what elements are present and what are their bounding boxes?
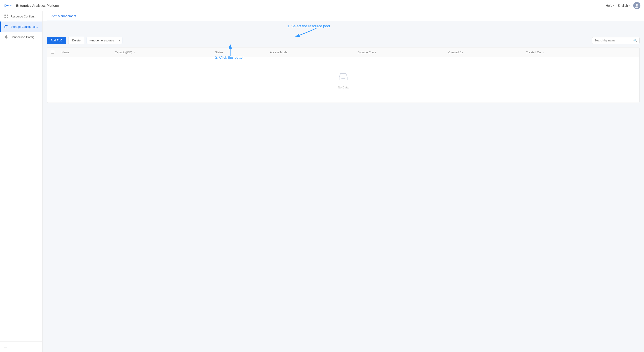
search-input[interactable] <box>594 39 632 42</box>
col-capacity-label: Capacity(GB) <box>115 51 132 54</box>
svg-point-7 <box>636 4 638 6</box>
sidebar-item-label-conn: Connection Config... <box>10 35 37 39</box>
pvc-table-wrapper: Name Capacity(GB) ⇅ Status Access Mode <box>47 47 640 103</box>
col-storage-class-label: Storage Class <box>358 51 376 54</box>
col-name: Name <box>58 48 111 57</box>
logo: EnOS <box>4 2 12 10</box>
sidebar-item-storage-config[interactable]: Storage Configurati... <box>0 22 42 32</box>
no-data-icon <box>338 71 349 84</box>
table-header-row: Name Capacity(GB) ⇅ Status Access Mode <box>47 48 639 57</box>
app-name: Enterprise Analytics Platform <box>16 4 59 8</box>
svg-text:EnOS: EnOS <box>7 5 12 7</box>
svg-point-13 <box>5 25 8 27</box>
menu-icon <box>4 345 8 349</box>
svg-rect-12 <box>7 17 8 18</box>
main-layout: Resource Configu... Storage Configurati.… <box>0 11 644 352</box>
select-all-checkbox[interactable] <box>51 50 54 54</box>
sidebar-item-resource-config[interactable]: Resource Configu... <box>0 11 42 22</box>
no-data-text: No Data <box>338 86 349 89</box>
col-created-by-label: Created By <box>448 51 463 54</box>
svg-point-0 <box>4 5 5 6</box>
search-box: 🔍 <box>592 37 640 44</box>
svg-rect-17 <box>4 348 7 348</box>
help-menu[interactable]: Help ▾ <box>606 4 614 8</box>
avatar[interactable] <box>633 2 640 9</box>
enos-logo-icon: EnOS <box>4 2 12 10</box>
col-capacity: Capacity(GB) ⇅ <box>111 48 212 57</box>
tab-pvc-management[interactable]: PVC Management <box>47 11 80 21</box>
svg-point-4 <box>4 5 5 5</box>
svg-rect-14 <box>6 38 7 39</box>
svg-rect-15 <box>4 346 7 346</box>
col-created-on-label: Created On <box>526 51 541 54</box>
lang-label: English <box>618 4 628 8</box>
no-data-area: No Data <box>47 57 639 103</box>
svg-point-2 <box>5 6 6 7</box>
search-icon: 🔍 <box>633 39 637 42</box>
resource-pool-select[interactable]: winddemoresource <box>86 37 122 44</box>
sidebar-item-connection-config[interactable]: Connection Config... <box>0 32 42 42</box>
sidebar-item-label-active: Storage Configurati... <box>10 25 38 29</box>
grid-icon <box>4 14 8 18</box>
language-menu[interactable]: English ▾ <box>618 4 630 8</box>
layers-icon <box>4 25 8 29</box>
sidebar: Resource Configu... Storage Configurati.… <box>0 11 42 352</box>
svg-rect-16 <box>4 347 7 347</box>
lang-caret: ▾ <box>628 4 630 7</box>
col-name-label: Name <box>62 51 69 54</box>
svg-rect-10 <box>7 15 8 16</box>
col-created-on: Created On ⇅ <box>522 48 614 57</box>
toolbar: Add PVC Delete winddemoresource ▾ 🔍 <box>47 26 640 47</box>
sidebar-collapse[interactable] <box>0 341 42 352</box>
svg-point-8 <box>635 7 638 8</box>
add-pvc-button[interactable]: Add PVC <box>47 37 66 44</box>
col-access-mode-label: Access Mode <box>270 51 287 54</box>
page-content: 1. Select the resource pool 2. Click thi… <box>42 21 644 352</box>
bell-icon <box>4 35 8 39</box>
pvc-table: Name Capacity(GB) ⇅ Status Access Mode <box>47 48 639 57</box>
help-caret: ▾ <box>613 4 614 7</box>
svg-point-5 <box>4 6 5 7</box>
resource-pool-select-wrapper[interactable]: winddemoresource ▾ <box>86 37 122 44</box>
content-area: PVC Management 1. Select the resource po… <box>42 11 644 352</box>
col-checkbox <box>47 48 58 57</box>
delete-button[interactable]: Delete <box>68 37 84 44</box>
col-status: Status <box>212 48 266 57</box>
empty-inbox-icon <box>338 71 349 82</box>
table-header: Name Capacity(GB) ⇅ Status Access Mode <box>47 48 639 57</box>
col-storage-class: Storage Class <box>354 48 444 57</box>
capacity-sort-icon[interactable]: ⇅ <box>134 51 136 54</box>
col-status-label: Status <box>215 51 223 54</box>
user-icon <box>634 3 639 8</box>
svg-rect-11 <box>4 17 6 18</box>
col-created-by: Created By <box>445 48 522 57</box>
col-access-mode: Access Mode <box>266 48 354 57</box>
tab-bar: PVC Management <box>42 11 644 21</box>
sidebar-item-label: Resource Configu... <box>10 15 36 18</box>
col-actions <box>614 48 639 57</box>
svg-point-3 <box>6 5 7 6</box>
help-label: Help <box>606 4 612 8</box>
top-navbar: EnOS Enterprise Analytics Platform Help … <box>0 0 644 11</box>
tab-label: PVC Management <box>50 14 76 18</box>
created-on-sort-icon[interactable]: ⇅ <box>542 51 544 54</box>
svg-point-1 <box>5 4 6 5</box>
svg-rect-9 <box>4 15 6 16</box>
